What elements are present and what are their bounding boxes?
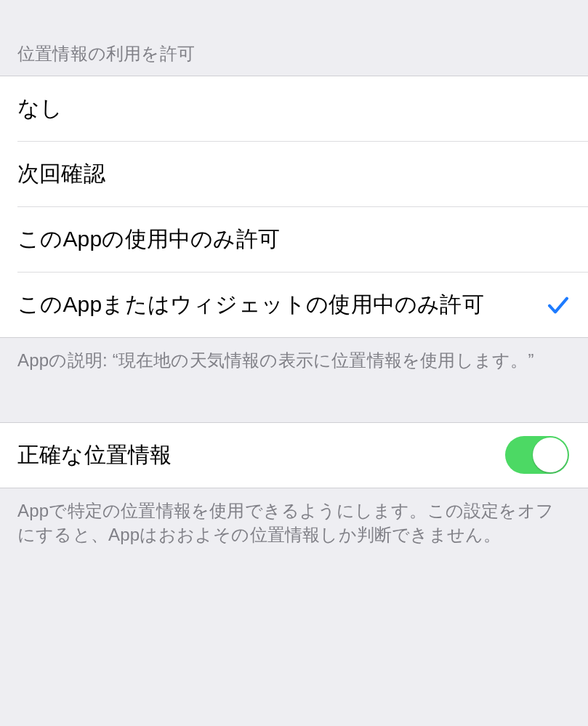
checkmark-icon [546,293,571,318]
option-label: なし [17,94,571,124]
option-never[interactable]: なし [0,76,588,141]
option-while-using-app[interactable]: このAppの使用中のみ許可 [0,207,588,272]
section-header-label: 位置情報の利用を許可 [17,44,195,63]
option-label: 次回確認 [17,159,571,189]
section-footer-app-description: Appの説明: “現在地の天気情報の表示に位置情報を使用します。” [0,338,588,386]
precise-location-label: 正確な位置情報 [17,440,505,470]
section-footer-precise-location: Appで特定の位置情報を使用できるようにします。この設定をオフにすると、Appは… [0,488,588,560]
precise-location-group: 正確な位置情報 [0,422,588,488]
option-label: このAppの使用中のみ許可 [17,225,571,254]
option-label: このAppまたはウィジェットの使用中のみ許可 [17,290,534,320]
section-footer-text: Appの説明: “現在地の天気情報の表示に位置情報を使用します。” [17,350,534,370]
precise-location-row[interactable]: 正確な位置情報 [0,423,588,488]
section-header-location-access: 位置情報の利用を許可 [0,0,588,76]
section-footer-text: Appで特定の位置情報を使用できるようにします。この設定をオフにすると、Appは… [17,501,554,545]
option-while-using-app-or-widgets[interactable]: このAppまたはウィジェットの使用中のみ許可 [0,273,588,337]
section-spacer [0,386,588,422]
location-access-options-group: なし 次回確認 このAppの使用中のみ許可 このAppまたはウィジェットの使用中… [0,76,588,338]
option-ask-next-time[interactable]: 次回確認 [0,142,588,206]
toggle-knob [533,437,568,472]
precise-location-toggle[interactable] [505,436,569,474]
